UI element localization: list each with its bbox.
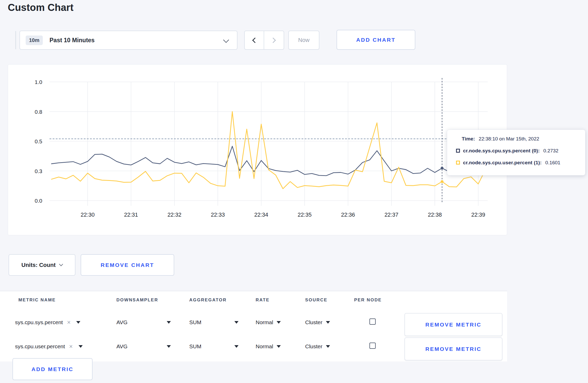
hover-dot-sys [441,167,444,169]
dropdown-arrow-icon [79,345,83,348]
dropdown-arrow-icon [76,321,80,324]
col-header-aggregator: AGGREGATOR [189,297,227,303]
col-header-rate: RATE [256,297,270,303]
aggregator-value: SUM [189,343,201,350]
time-range-label: Past 10 Minutes [50,37,95,44]
aggregator-select[interactable]: SUM [189,343,239,350]
series-line-user [52,112,486,189]
downsampler-select[interactable]: AVG [116,319,171,325]
chevron-right-icon [270,37,276,43]
add-metric-button[interactable]: ADD METRIC [12,358,93,380]
chevron-down-icon [59,262,63,266]
aggregator-select[interactable]: SUM [189,319,239,325]
toolbar-divider [15,31,16,49]
series-swatch-user-icon [456,161,460,165]
time-range-badge: 10m [26,36,43,45]
y-axis-tick-label: 1.0 [35,79,42,85]
metric-name-value: sys.cpu.sys.percent [15,319,63,325]
y-axis-tick-label: 0.0 [35,198,42,204]
tooltip-time-label: Time: [462,136,475,141]
dropdown-arrow-icon [326,345,330,348]
y-axis-tick-label: 0.5 [35,138,42,144]
chevron-down-icon [223,37,229,43]
x-axis-tick-label: 22:30 [81,212,95,218]
time-range-dropdown[interactable]: 10m Past 10 Minutes [19,31,237,50]
rate-select[interactable]: Normal [256,343,281,350]
dropdown-arrow-icon [277,321,281,324]
downsampler-value: AVG [116,343,128,350]
col-header-per-node: PER NODE [354,297,382,303]
source-value: Cluster [305,343,323,350]
prev-time-button[interactable] [245,31,264,49]
downsampler-select[interactable]: AVG [116,343,171,350]
next-time-button[interactable] [264,31,284,49]
hover-dot-user [441,180,444,183]
metric-name-dropdown[interactable]: sys.cpu.sys.percent × [15,319,80,326]
tooltip-series-label: cr.node.sys.cpu.user.percent (1): [463,160,542,165]
series-line-sys [52,146,486,176]
chevron-left-icon [252,37,258,43]
col-header-metric-name: METRIC NAME [18,297,56,303]
source-value: Cluster [305,319,323,325]
x-axis-tick-label: 22:35 [298,212,312,218]
units-label: Units: Count [22,262,56,268]
rate-value: Normal [256,319,273,325]
dropdown-arrow-icon [234,345,239,348]
dropdown-arrow-icon [326,321,330,324]
per-node-checkbox[interactable] [369,318,376,325]
page-title: Custom Chart [8,2,74,13]
timeseries-chart[interactable]: 0.00.30.50.81.022:3022:3122:3222:3322:34… [8,65,507,235]
remove-metric-button[interactable]: REMOVE METRIC [404,337,502,360]
dropdown-arrow-icon [167,321,171,324]
remove-metric-button[interactable]: REMOVE METRIC [404,313,502,336]
col-header-source: SOURCE [305,297,327,303]
x-axis-tick-label: 22:36 [341,212,355,218]
y-axis-tick-label: 0.3 [35,168,42,174]
source-select[interactable]: Cluster [305,343,330,350]
dropdown-arrow-icon [167,345,171,348]
dropdown-arrow-icon [277,345,281,348]
aggregator-value: SUM [189,319,201,325]
x-axis-tick-label: 22:39 [471,212,485,218]
now-button[interactable]: Now [288,31,319,50]
x-axis-tick-label: 22:32 [167,212,181,218]
timeseries-chart-panel: 0.00.30.50.81.022:3022:3122:3222:3322:34… [8,64,507,235]
x-axis-tick-label: 22:34 [254,212,268,218]
metric-name-dropdown[interactable]: sys.cpu.user.percent × [15,343,83,350]
dropdown-arrow-icon [234,321,239,324]
units-dropdown[interactable]: Units: Count [9,254,75,276]
tooltip-series-label: cr.node.sys.cpu.sys.percent (0): [463,148,540,153]
tooltip-series-value: 0.2732 [543,148,558,153]
source-select[interactable]: Cluster [305,319,330,325]
metric-name-value: sys.cpu.user.percent [15,343,65,350]
x-axis-tick-label: 22:37 [384,212,398,218]
tooltip-series-value: 0.1601 [545,160,560,165]
remove-chart-button[interactable]: REMOVE CHART [81,254,174,276]
add-chart-button[interactable]: ADD CHART [337,30,415,50]
y-axis-tick-label: 0.8 [35,109,42,115]
x-axis-tick-label: 22:33 [211,212,225,218]
chart-hover-tooltip: Time: 22:38:10 on Mar 15th, 2022 cr.node… [447,130,585,175]
series-swatch-sys-icon [456,149,460,153]
time-nav-group [244,31,284,50]
x-axis-tick-label: 22:31 [124,212,138,218]
downsampler-value: AVG [116,319,128,325]
rate-select[interactable]: Normal [256,319,281,325]
clear-metric-icon[interactable]: × [67,319,71,326]
per-node-checkbox[interactable] [369,343,376,349]
rate-value: Normal [256,343,273,350]
x-axis-tick-label: 22:38 [428,212,442,218]
tooltip-time-value: 22:38:10 on Mar 15th, 2022 [479,136,539,141]
clear-metric-icon[interactable]: × [69,343,73,350]
col-header-downsampler: DOWNSAMPLER [116,297,158,303]
